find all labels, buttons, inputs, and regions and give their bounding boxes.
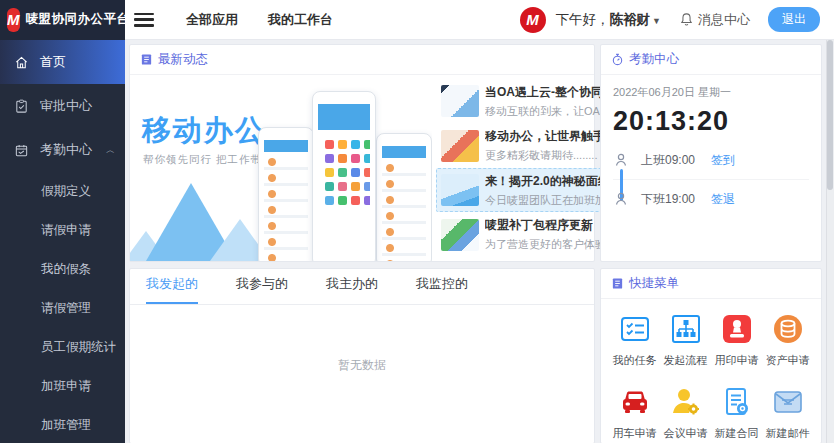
contract-doc-icon: [721, 386, 753, 418]
my-tasks-panel: 我发起的 我参与的 我主办的 我监控的 暂无数据: [129, 268, 595, 443]
user-greeting[interactable]: 下午好，陈裕财▼: [556, 11, 661, 29]
divider: [613, 179, 809, 180]
news-title: 移动办公，让世界触手可: [485, 128, 617, 145]
person-icon: [613, 191, 629, 207]
scrollbar-thumb[interactable]: [827, 40, 833, 190]
sidebar-subitem-overtime-request[interactable]: 加班申请: [0, 367, 125, 406]
nav-all-apps[interactable]: 全部应用: [186, 11, 238, 29]
news-thumbnail: [441, 219, 479, 251]
sign-out-label: 下班19:00: [641, 191, 711, 208]
avatar[interactable]: M: [520, 7, 546, 33]
message-center-label: 消息中心: [698, 11, 750, 29]
stamp-icon: [721, 313, 753, 345]
caret-down-icon: ▼: [652, 16, 661, 26]
logout-button[interactable]: 退出: [768, 7, 820, 32]
tab-hosted-by-me[interactable]: 我主办的: [326, 275, 378, 304]
top-nav: 全部应用 我的工作台: [186, 11, 333, 29]
sidebar-item-approval-center[interactable]: 审批中心: [0, 84, 125, 128]
quick-item-new-contract[interactable]: 新建合同: [711, 386, 762, 441]
quick-item-vehicle-request[interactable]: 用车申请: [609, 386, 660, 441]
tab-participated-by-me[interactable]: 我参与的: [236, 275, 288, 304]
attendance-panel-header: 考勤中心: [601, 45, 821, 75]
sidebar-submenu: 假期定义 请假申请 我的假条 请假管理 员工假期统计 加班申请 加班管理: [0, 172, 125, 443]
phone-mockup: [312, 91, 376, 261]
quick-item-label: 新建合同: [715, 426, 759, 441]
page-scrollbar[interactable]: [826, 0, 834, 443]
sidebar: 首页 审批中心 考勤中心 ︿ 假期定义 请假申请 我的假条 请假管理 员工假期统…: [0, 40, 125, 443]
phone-mockup: [376, 133, 432, 261]
clipboard-icon: [14, 99, 29, 114]
phone-mockup: [258, 127, 314, 261]
logo-section: M 唛盟协同办公平台: [0, 0, 125, 40]
attendance-date: 2022年06月20日 星期一: [613, 85, 809, 100]
attendance-panel-title: 考勤中心: [629, 51, 679, 68]
message-center-button[interactable]: 消息中心: [679, 11, 750, 29]
sidebar-item-home[interactable]: 首页: [0, 40, 125, 84]
quick-menu-panel: 快捷菜单 我的任务 发起流程 用印申请 资产申请 用车申请: [600, 268, 822, 443]
quick-menu-grid: 我的任务 发起流程 用印申请 资产申请 用车申请 会议申请: [601, 299, 821, 441]
sidebar-item-label: 首页: [40, 53, 66, 71]
quick-item-label: 资产申请: [766, 353, 810, 368]
sign-out-row: 下班19:00 签退: [613, 186, 809, 212]
meeting-person-icon: [670, 386, 702, 418]
sidebar-subitem-leave-management[interactable]: 请假管理: [0, 289, 125, 328]
quick-item-label: 新建邮件: [766, 426, 810, 441]
quick-item-label: 用车申请: [613, 426, 657, 441]
quick-item-label: 会议申请: [664, 426, 708, 441]
hamburger-menu-icon[interactable]: [134, 13, 154, 27]
quick-item-meeting-request[interactable]: 会议申请: [660, 386, 711, 441]
sidebar-subitem-my-leave-notes[interactable]: 我的假条: [0, 250, 125, 289]
bell-icon: [679, 12, 694, 27]
quick-item-seal-request[interactable]: 用印申请: [711, 313, 762, 368]
flow-chart-icon: [670, 313, 702, 345]
tab-initiated-by-me[interactable]: 我发起的: [146, 275, 198, 304]
chevron-up-icon: ︿: [106, 144, 115, 157]
username: 陈裕财: [610, 12, 651, 27]
banner-headline: 移动办公: [142, 111, 266, 151]
news-subtitle: 更多精彩敬请期待........: [485, 148, 617, 163]
sidebar-item-label: 审批中心: [40, 97, 92, 115]
sidebar-item-label: 考勤中心: [40, 141, 92, 159]
car-icon: [619, 386, 651, 418]
news-thumbnail: [441, 130, 479, 162]
sidebar-subitem-holiday-definition[interactable]: 假期定义: [0, 172, 125, 211]
document-icon: [140, 53, 153, 66]
sidebar-subitem-employee-holiday-stats[interactable]: 员工假期统计: [0, 328, 125, 367]
oa-dashboard-page: M 唛盟协同办公平台 全部应用 我的工作台 M 下午好，陈裕财▼ 消息中心 退出…: [0, 0, 834, 443]
logo-letter: M: [7, 11, 20, 28]
topbar: M 唛盟协同办公平台 全部应用 我的工作台 M 下午好，陈裕财▼ 消息中心 退出: [0, 0, 834, 40]
asset-database-icon: [772, 313, 804, 345]
app-title: 唛盟协同办公平台: [26, 11, 130, 28]
sign-out-link[interactable]: 签退: [711, 191, 735, 208]
topbar-right: M 下午好，陈裕财▼ 消息中心 退出: [520, 7, 834, 33]
nav-my-workbench[interactable]: 我的工作台: [268, 11, 333, 29]
attendance-panel: 考勤中心 2022年06月20日 星期一 20:13:20 上班09:00 签到…: [600, 44, 822, 262]
latest-news-panel: 最新动态 移动办公 帮你领先同行 把工作带出办公室: [129, 44, 595, 262]
quick-item-start-flow[interactable]: 发起流程: [660, 313, 711, 368]
news-thumbnail: [441, 174, 479, 206]
empty-state-text: 暂无数据: [130, 357, 594, 374]
document-icon: [611, 277, 624, 290]
quick-item-asset-request[interactable]: 资产申请: [762, 313, 813, 368]
greeting-text: 下午好，: [556, 12, 610, 27]
sign-in-link[interactable]: 签到: [711, 152, 735, 169]
quick-item-label: 用印申请: [715, 353, 759, 368]
sidebar-subitem-overtime-management[interactable]: 加班管理: [0, 406, 125, 443]
sidebar-item-attendance-center[interactable]: 考勤中心 ︿: [0, 128, 125, 172]
mail-icon: [772, 386, 804, 418]
task-tabs: 我发起的 我参与的 我主办的 我监控的: [130, 269, 594, 305]
quick-item-my-tasks[interactable]: 我的任务: [609, 313, 660, 368]
news-body: 移动办公 帮你领先同行 把工作带出办公室 当OA遇上云-整个协同O: [130, 75, 594, 261]
promo-banner[interactable]: 移动办公 帮你领先同行 把工作带出办公室: [130, 75, 432, 261]
attendance-clock: 20:13:20: [613, 106, 809, 137]
tab-monitored-by-me[interactable]: 我监控的: [416, 275, 468, 304]
sidebar-subitem-leave-request[interactable]: 请假申请: [0, 211, 125, 250]
stopwatch-icon: [611, 53, 624, 66]
attendance-timeline: 上班09:00 签到 下班19:00 签退: [613, 147, 809, 212]
home-icon: [14, 55, 29, 70]
person-icon: [613, 152, 629, 168]
quick-item-new-mail[interactable]: 新建邮件: [762, 386, 813, 441]
quick-item-label: 发起流程: [664, 353, 708, 368]
quick-menu-title: 快捷菜单: [629, 275, 679, 292]
brand-logo: M: [7, 8, 20, 32]
